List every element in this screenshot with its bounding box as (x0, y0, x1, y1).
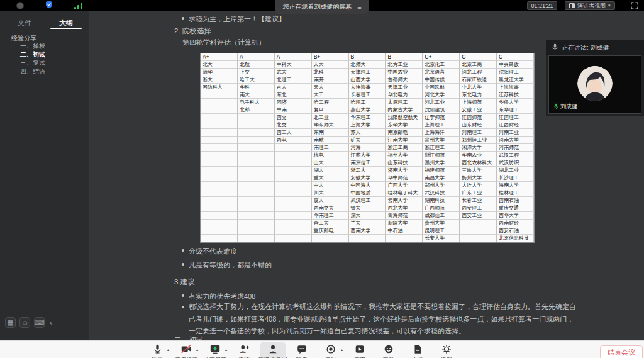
table-cell: 浙江师范 (423, 152, 460, 159)
table-cell: 西华大学 (497, 212, 534, 220)
table-cell (386, 235, 423, 242)
table-cell (275, 144, 312, 152)
caret-up-icon[interactable]: ▴ (196, 347, 198, 352)
table-cell: 国防科大 (201, 84, 238, 91)
table-cell: 海南大学 (497, 182, 534, 189)
table-header-cell: C- (497, 53, 534, 61)
outline-item[interactable]: 二、初试 (20, 52, 45, 58)
table-cell (238, 227, 275, 235)
table-cell (201, 106, 238, 114)
table-cell (238, 144, 275, 152)
table-cell (275, 220, 312, 227)
table-cell: 河北工业 (423, 99, 460, 106)
table-cell: 长沙理工 (497, 174, 534, 182)
layout-icon (569, 3, 575, 8)
caret-up-icon[interactable]: ▴ (167, 347, 169, 352)
outline-item[interactable]: 一、择校 (20, 43, 45, 49)
table-cell: 吉大 (275, 84, 312, 91)
table-cell: 天大 (312, 84, 349, 91)
avatar (577, 65, 613, 101)
doc-bullet-text: 分级不代表难度 (189, 247, 237, 256)
screen-watch-banner[interactable]: 您正在观看刘成健的屏幕 ≡ (275, 0, 369, 14)
bullet-dot (182, 306, 184, 308)
menu-icon[interactable]: ≡ (357, 0, 361, 14)
table-cell (460, 220, 497, 227)
table-cell: 大连大学 (460, 182, 497, 189)
view-mode-button[interactable]: 演讲者视图 ▾ (565, 1, 615, 10)
toolbar-invite-button[interactable]: 邀请 (231, 342, 257, 358)
table-cell: 三峡大学 (460, 167, 497, 174)
mute-icon (152, 344, 163, 355)
table-cell: 西南石油 (497, 197, 534, 204)
outline-item[interactable]: 四、结语 (20, 69, 45, 75)
table-cell (238, 137, 275, 144)
table-cell: 厦大 (312, 197, 349, 204)
toolbar-reactions-button[interactable]: 互动 (376, 342, 401, 358)
toolbar-camera-button[interactable]: ▴开启视频 (174, 342, 199, 358)
record-icon (325, 344, 336, 355)
table-cell: 矿大 (349, 137, 386, 144)
toolbar-record-button[interactable]: ▴录制 (318, 342, 343, 358)
keyboard-icon[interactable]: ⌨ (34, 317, 45, 328)
table-cell: 广东工业 (460, 189, 497, 197)
toolbar-members-button[interactable]: 管理成员(4) (260, 342, 286, 358)
table-cell: 江西理工 (497, 114, 534, 121)
toolbar-apps-button[interactable]: 应用 (347, 342, 372, 358)
status-dot-icon (16, 2, 24, 9)
fullscreen-button[interactable] (630, 1, 640, 10)
bullet-dot (182, 17, 184, 20)
toolbar-settings-button[interactable]: 设置 (434, 342, 459, 358)
end-meeting-button[interactable]: 结束会议 (600, 345, 643, 358)
table-header-cell: C+ (423, 53, 460, 61)
table-cell (460, 235, 497, 242)
table-cell: 北京化工 (423, 61, 460, 69)
tab-files[interactable]: 文件 (18, 18, 31, 28)
caret-up-icon[interactable]: ▴ (341, 347, 343, 352)
table-cell: 安徽工业 (460, 106, 497, 114)
outline-item[interactable]: 三、复试 (20, 60, 45, 66)
table-cell (201, 235, 238, 242)
participant-video-tile[interactable]: 刘成健 (548, 55, 641, 114)
table-cell (275, 227, 312, 235)
table-cell: 江苏大学 (349, 152, 386, 159)
table-header-cell: A (238, 53, 275, 61)
toolbar-docs-button[interactable]: 文档 (405, 342, 430, 358)
table-cell: 山西大学 (349, 76, 386, 84)
table-cell: 中大 (312, 182, 349, 189)
table-cell: 西南财经 (497, 220, 534, 227)
table-cell: 浙大 (201, 76, 238, 84)
table-cell: 北大 (201, 61, 238, 69)
camera-icon (180, 344, 192, 355)
table-cell: 大工 (312, 91, 349, 99)
evaluation-table: A+AA-B+BB-C+CC-北大北航中科大人大北师大北方工业北京化工北京工商中… (200, 53, 535, 243)
table-cell: 石家庄铁道 (460, 76, 497, 84)
table-cell: 深大 (349, 212, 386, 220)
table-cell: 云南大学 (386, 197, 423, 204)
participant-name: 刘成健 (560, 103, 577, 111)
table-cell: 西安石油 (497, 227, 534, 235)
table-cell (349, 235, 386, 242)
table-cell: 河海 (349, 144, 386, 152)
security-shield-icon (45, 0, 53, 11)
caret-up-icon[interactable]: ▴ (225, 347, 227, 352)
table-cell: 同济 (275, 99, 312, 106)
toolbar-share-screen-button[interactable]: ▴共享屏幕 (203, 342, 228, 358)
table-cell (275, 174, 312, 182)
section-heading: 2. 院校选择 (174, 26, 211, 36)
table-cell: 武汉纺织 (497, 159, 534, 167)
tab-outline[interactable]: 大纲 (59, 18, 73, 28)
table-cell: 青海师范 (386, 212, 423, 220)
toolbar-chat-button[interactable]: 聊天 (289, 342, 314, 358)
grid-icon[interactable]: ▦ (5, 317, 16, 328)
table-cell (201, 204, 238, 212)
table-cell: 燕山大学 (349, 106, 386, 114)
collapse-chevron-icon[interactable]: ‹ (50, 318, 52, 327)
toolbar-mute-button[interactable]: ▴静音 (145, 342, 170, 358)
doc-bullet-text: 求稳为主，上岸第一！【建议】 (189, 14, 286, 24)
table-cell (238, 167, 275, 174)
table-cell: 西交 (275, 114, 312, 121)
table-cell (238, 121, 275, 129)
advice-paragraph: 都说选择大于努力，在现在计算机考研这么爆炸的情况下，我推荐大家还是不要想着捡漏了… (182, 301, 580, 338)
emoji-icon[interactable]: ☺ (19, 317, 30, 328)
table-cell (238, 220, 275, 227)
